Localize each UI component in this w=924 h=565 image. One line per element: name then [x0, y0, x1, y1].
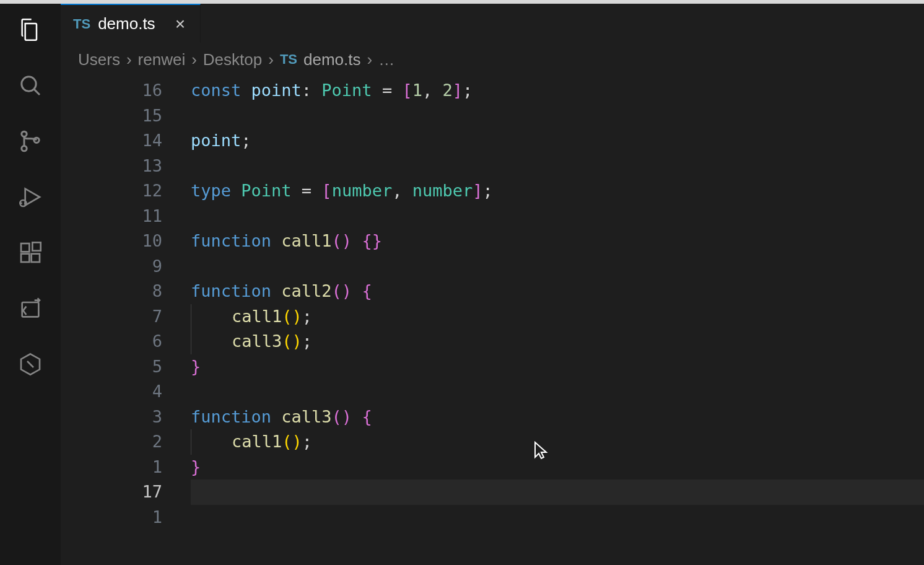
chevron-right-icon: › [367, 50, 373, 69]
close-icon[interactable]: × [175, 14, 185, 34]
line-number: 12 [61, 178, 191, 204]
code-line[interactable] [191, 204, 924, 229]
code-content[interactable]: const point: Point = [1, 2]; point; type… [191, 78, 924, 565]
code-line[interactable]: function call1() {} [191, 229, 924, 254]
breadcrumb-segment[interactable]: Desktop [203, 50, 262, 69]
svg-rect-9 [21, 254, 29, 262]
code-line[interactable] [191, 480, 924, 505]
svg-rect-11 [32, 242, 40, 250]
line-number: 16 [61, 78, 191, 103]
line-number: 2 [61, 429, 191, 455]
chevron-right-icon: › [126, 50, 132, 69]
svg-rect-8 [21, 243, 29, 252]
line-number: 15 [61, 103, 191, 129]
code-line[interactable]: call1(); [191, 304, 924, 330]
hexagon-icon[interactable] [15, 349, 45, 379]
line-number: 10 [61, 229, 191, 254]
svg-rect-10 [32, 254, 40, 262]
code-line[interactable]: function call2() { [191, 279, 924, 304]
line-number: 9 [61, 254, 191, 279]
code-line[interactable] [191, 154, 924, 179]
line-number: 14 [61, 128, 191, 154]
breadcrumb-suffix: … [378, 50, 394, 69]
line-number: 1 [61, 505, 191, 530]
code-line[interactable]: } [191, 354, 924, 380]
code-line[interactable]: call3(); [191, 329, 924, 354]
search-icon[interactable] [15, 71, 45, 100]
extensions-icon[interactable] [15, 238, 45, 268]
code-line[interactable]: function call3() { [191, 405, 924, 430]
code-line[interactable]: point; [191, 128, 924, 154]
run-debug-icon[interactable] [15, 182, 45, 212]
editor-tab[interactable]: TS demo.ts × [61, 4, 201, 43]
activity-bar [0, 4, 61, 565]
svg-point-2 [22, 131, 27, 136]
tab-filename: demo.ts [98, 14, 155, 33]
typescript-icon: TS [280, 51, 297, 68]
code-line[interactable]: } [191, 455, 924, 480]
line-number: 6 [61, 329, 191, 354]
line-number: 17 [61, 480, 191, 505]
line-number: 8 [61, 279, 191, 304]
code-line[interactable] [191, 505, 924, 530]
line-number: 5 [61, 354, 191, 380]
svg-point-3 [22, 146, 27, 151]
main-area: TS demo.ts × Users › renwei › Desktop › … [61, 4, 924, 565]
breadcrumbs[interactable]: Users › renwei › Desktop › TS demo.ts › … [61, 43, 924, 76]
line-number: 1 [61, 455, 191, 480]
chevron-right-icon: › [268, 50, 274, 69]
explorer-icon[interactable] [15, 15, 45, 45]
line-number: 7 [61, 304, 191, 330]
line-number-gutter: 16151413121110987654321171 [61, 78, 191, 565]
tabs-bar: TS demo.ts × [61, 4, 924, 43]
source-control-icon[interactable] [15, 126, 45, 156]
remote-icon[interactable] [15, 294, 45, 323]
line-number: 13 [61, 154, 191, 179]
breadcrumb-file[interactable]: demo.ts [303, 50, 361, 69]
code-line[interactable] [191, 254, 924, 279]
titlebar-strip [0, 0, 924, 4]
breadcrumb-segment[interactable]: Users [78, 50, 120, 69]
line-number: 4 [61, 379, 191, 405]
code-line[interactable] [191, 379, 924, 405]
code-line[interactable]: type Point = [number, number]; [191, 178, 924, 204]
line-number: 11 [61, 204, 191, 229]
code-line[interactable]: call1(); [191, 429, 924, 455]
chevron-right-icon: › [191, 50, 197, 69]
line-number: 3 [61, 405, 191, 430]
code-editor[interactable]: 16151413121110987654321171 const point: … [61, 76, 924, 565]
svg-point-0 [22, 77, 36, 91]
svg-line-1 [34, 89, 40, 95]
breadcrumb-segment[interactable]: renwei [138, 50, 186, 69]
code-line[interactable]: const point: Point = [1, 2]; [191, 78, 924, 103]
code-line[interactable] [191, 103, 924, 129]
typescript-icon: TS [73, 16, 90, 32]
